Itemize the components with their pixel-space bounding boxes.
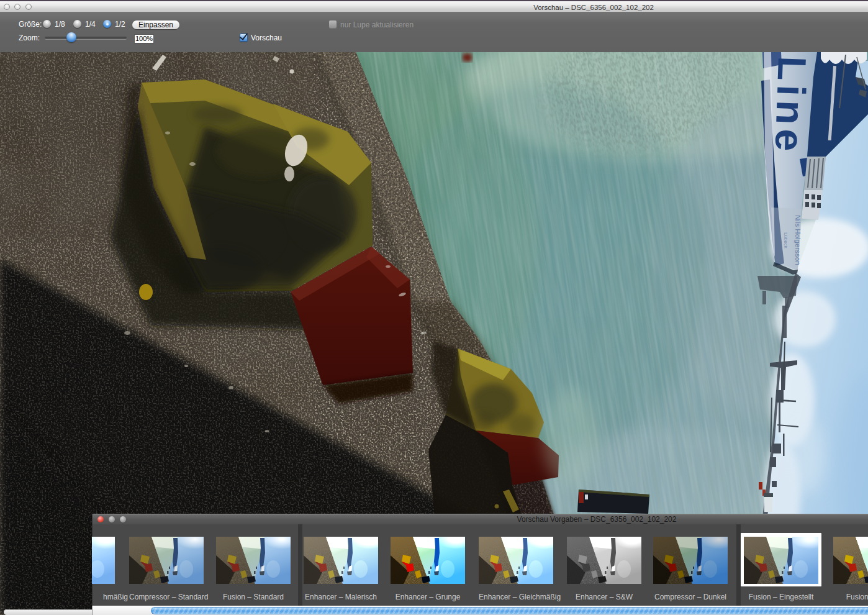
- svg-text:Line: Line: [766, 56, 815, 157]
